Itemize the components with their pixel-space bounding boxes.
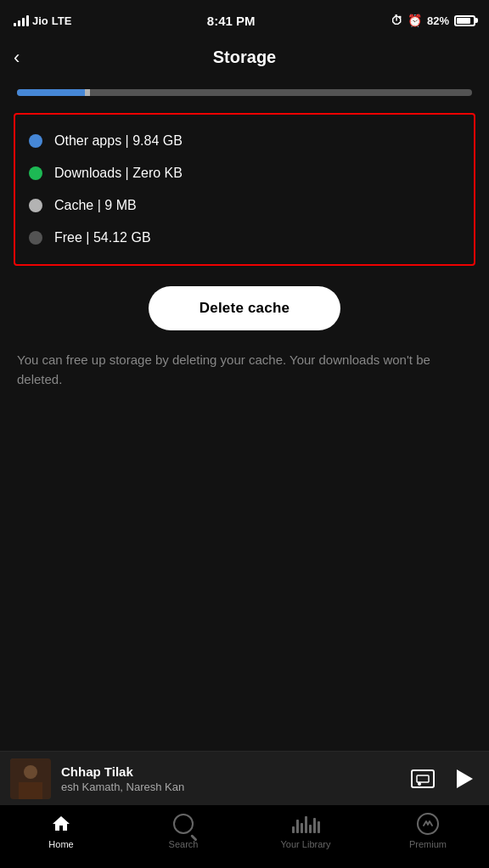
delete-cache-button[interactable]: Delete cache	[149, 286, 340, 330]
mini-player-thumbnail	[10, 758, 51, 799]
status-left: Jio LTE	[14, 14, 71, 27]
svg-point-6	[418, 782, 421, 786]
legend-cache: Cache | 9 MB	[29, 189, 460, 222]
dot-downloads	[29, 166, 42, 180]
nav-search[interactable]: Search	[122, 812, 244, 849]
thumbnail-art	[10, 758, 51, 799]
nav-library[interactable]: Your Library	[244, 812, 367, 849]
bar-other	[17, 89, 85, 96]
legend-free: Free | 54.12 GB	[29, 222, 460, 254]
signal-icon	[14, 14, 29, 26]
legend-box: Other apps | 9.84 GB Downloads | Zero KB…	[14, 113, 475, 266]
premium-icon	[416, 812, 440, 836]
nav-library-label: Your Library	[281, 839, 331, 849]
helper-text: You can free up storage by deleting your…	[0, 347, 489, 392]
nav-home[interactable]: Home	[0, 812, 122, 849]
svg-rect-4	[412, 770, 434, 787]
storage-bar	[17, 89, 472, 96]
home-icon	[49, 812, 73, 836]
storage-bar-container	[0, 81, 489, 113]
status-right: ⏱ ⏰ 82%	[391, 14, 475, 27]
dot-free	[29, 231, 42, 245]
status-time: 8:41 PM	[207, 14, 256, 28]
mini-player-controls	[411, 764, 479, 794]
header: ‹ Storage	[0, 37, 489, 81]
legend-downloads: Downloads | Zero KB	[29, 157, 460, 189]
mini-song-artist: esh Kamath, Naresh Kan	[61, 781, 401, 793]
svg-point-1	[24, 765, 37, 779]
battery-percent: 82%	[427, 14, 449, 27]
mini-player-info: Chhap Tilak esh Kamath, Naresh Kan	[61, 764, 401, 793]
nav-search-label: Search	[169, 839, 199, 849]
cast-icon[interactable]	[411, 769, 435, 788]
delete-btn-container: Delete cache	[0, 286, 489, 330]
svg-rect-5	[417, 775, 429, 782]
mini-song-title: Chhap Tilak	[61, 764, 401, 779]
alarm-icon: ⏰	[408, 14, 422, 27]
play-button[interactable]	[448, 764, 479, 794]
screen-time-icon: ⏱	[391, 14, 402, 27]
carrier-label: Jio	[32, 14, 48, 27]
dot-cache	[29, 199, 42, 212]
legend-free-label: Free | 54.12 GB	[54, 230, 151, 245]
back-button[interactable]: ‹	[14, 48, 20, 67]
nav-premium-label: Premium	[409, 839, 447, 849]
library-icon	[294, 812, 318, 836]
bottom-nav: Home Search Your Library	[0, 805, 489, 868]
mini-player[interactable]: Chhap Tilak esh Kamath, Naresh Kan	[0, 751, 489, 805]
legend-other-apps-label: Other apps | 9.84 GB	[54, 133, 183, 149]
dot-other-apps	[29, 134, 42, 148]
page-title: Storage	[213, 48, 276, 67]
network-label: LTE	[52, 14, 72, 27]
nav-home-label: Home	[48, 839, 73, 849]
svg-rect-3	[19, 782, 42, 799]
nav-premium[interactable]: Premium	[367, 812, 489, 849]
battery-icon	[454, 15, 475, 26]
legend-downloads-label: Downloads | Zero KB	[54, 166, 183, 181]
status-bar: Jio LTE 8:41 PM ⏱ ⏰ 82%	[0, 0, 489, 37]
legend-other-apps: Other apps | 9.84 GB	[29, 125, 460, 157]
legend-cache-label: Cache | 9 MB	[54, 198, 137, 213]
bar-cache	[85, 89, 89, 96]
search-nav-icon	[171, 812, 195, 836]
play-icon	[457, 769, 473, 788]
